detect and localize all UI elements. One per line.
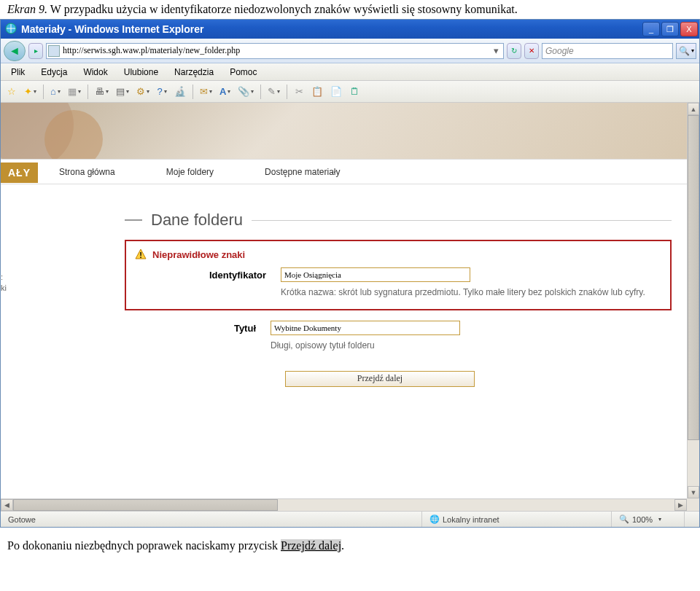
page-icon <box>48 45 60 57</box>
back-button[interactable]: ◄ <box>4 41 26 61</box>
fieldset-title: Dane folderu <box>151 211 243 230</box>
research-icon: 🔬 <box>174 86 186 97</box>
status-zone: 🌐 Lokalny intranet <box>422 512 612 527</box>
mail-button[interactable]: ✉▾ <box>197 83 215 101</box>
menu-edycja[interactable]: Edycja <box>34 65 74 79</box>
fwd-button[interactable]: ▸ <box>28 43 43 59</box>
url-text: http://serwis.sgh.waw.pl/materialy/new_f… <box>63 45 490 56</box>
menu-ulubione[interactable]: Ulubione <box>117 65 166 79</box>
search-input[interactable]: Google <box>542 43 673 59</box>
help-button[interactable]: ?▾ <box>154 83 170 101</box>
favorites-button[interactable]: ✦▾ <box>21 83 39 101</box>
cut-button[interactable]: ✂ <box>291 83 307 101</box>
menu-widok[interactable]: Widok <box>76 65 114 79</box>
note-icon: 🗒 <box>350 86 359 97</box>
identyfikator-input[interactable] <box>281 267 470 282</box>
scroll-right-button[interactable]: ▶ <box>674 499 687 511</box>
page-button[interactable]: ▤▾ <box>113 83 132 101</box>
sitenav-home[interactable]: Strona główna <box>59 167 115 177</box>
status-bar: Gotowe 🌐 Lokalny intranet 🔍 100% ▾ <box>1 511 699 527</box>
back-icon: ◄ <box>9 44 20 58</box>
toolbar: ☆ ✦▾ ⌂▾ ▦▾ 🖶▾ ▤▾ ⚙▾ ?▾ 🔬 ✉▾ A▾ 📎▾ ✎▾ ✂ 📋… <box>1 81 699 103</box>
scroll-h-thumb[interactable] <box>13 499 278 511</box>
minimize-button[interactable]: _ <box>642 22 660 36</box>
scroll-v-thumb[interactable] <box>688 115 699 440</box>
vertical-scrollbar[interactable]: ▲ ▼ <box>687 103 699 498</box>
font-icon: A <box>219 86 226 97</box>
caption-bottom-link: Przejdź dalej <box>281 539 341 552</box>
error-box: ! Nieprawidłowe znaki Identyfikator Krót… <box>125 240 672 310</box>
window-title: Materiały - Windows Internet Explorer <box>21 23 203 35</box>
menu-narzedzia[interactable]: Narzędzia <box>167 65 221 79</box>
home-icon: ⌂ <box>50 86 56 97</box>
id-label: Identyfikator <box>135 267 281 281</box>
id-help: Krótka nazwa: skrót lub sygnatura przedm… <box>281 286 645 299</box>
refresh-button[interactable]: ↻ <box>507 43 521 59</box>
close-button[interactable]: X <box>680 22 698 36</box>
tytul-input[interactable] <box>271 321 460 335</box>
paste-icon: 📄 <box>330 86 342 97</box>
font-button[interactable]: A▾ <box>217 83 233 101</box>
print-button[interactable]: 🖶▾ <box>92 83 112 101</box>
ie-window: Materiały - Windows Internet Explorer _ … <box>0 19 700 528</box>
caption-text: W przypadku użycia w identyfikatorze nie… <box>47 3 518 15</box>
zone-text: Lokalny intranet <box>443 515 499 524</box>
title-bar: Materiały - Windows Internet Explorer _ … <box>1 20 699 39</box>
menu-plik[interactable]: Plik <box>4 65 32 79</box>
rss-icon: ▦ <box>68 86 77 97</box>
ie-icon <box>5 23 17 36</box>
fwd-icon: ▸ <box>34 47 38 55</box>
research-button[interactable]: 🔬 <box>171 83 189 101</box>
help-icon: ? <box>157 86 162 97</box>
przejdz-dalej-button[interactable]: Przejdź dalej <box>285 371 475 387</box>
site-nav: Strona główna Moje foldery Dostępne mate… <box>1 160 699 184</box>
svg-text:!: ! <box>139 251 142 259</box>
scroll-left-button[interactable]: ◀ <box>1 499 13 511</box>
edit-button[interactable]: ✎▾ <box>265 83 283 101</box>
url-dropdown-icon[interactable]: ▾ <box>490 45 502 56</box>
paste-button[interactable]: 📄 <box>327 83 345 101</box>
scroll-corner <box>687 498 699 511</box>
stop-icon: ✕ <box>529 47 534 55</box>
scroll-down-button[interactable]: ▼ <box>688 486 699 498</box>
copy-icon: 📋 <box>311 86 323 97</box>
horizontal-scrollbar[interactable]: ◀ ▶ <box>1 498 687 511</box>
scroll-up-button[interactable]: ▲ <box>688 103 699 115</box>
form-area: Dane folderu ! Nieprawidłowe znaki Ident… <box>125 211 672 387</box>
tools-button[interactable]: ⚙▾ <box>133 83 152 101</box>
sitenav-folders[interactable]: Moje foldery <box>166 167 214 177</box>
edit-icon: ✎ <box>268 86 276 97</box>
zone-icon: 🌐 <box>429 514 440 524</box>
caption-bottom-text: Po dokonaniu niezbędnych poprawek nacisk… <box>7 539 281 552</box>
star-plus-icon: ☆ <box>7 86 16 97</box>
zoom-icon: 🔍 <box>619 514 629 524</box>
stop-button[interactable]: ✕ <box>524 43 539 59</box>
encoding-icon: 📎 <box>238 86 249 97</box>
nav-bar: ◄ ▸ http://serwis.sgh.waw.pl/materialy/n… <box>1 39 699 63</box>
note-button[interactable]: 🗒 <box>346 83 362 101</box>
copy-button[interactable]: 📋 <box>308 83 326 101</box>
print-icon: 🖶 <box>95 86 104 97</box>
address-bar[interactable]: http://serwis.sgh.waw.pl/materialy/new_f… <box>46 43 504 59</box>
rss-button[interactable]: ▦▾ <box>65 83 84 101</box>
gear-icon: ⚙ <box>136 86 145 97</box>
encoding-button[interactable]: 📎▾ <box>235 83 257 101</box>
fieldset-header: Dane folderu <box>125 211 672 230</box>
resize-grip[interactable] <box>685 512 699 527</box>
banner-image <box>1 103 699 160</box>
sitenav-materials[interactable]: Dostępne materiały <box>265 167 340 177</box>
favorites-add-button[interactable]: ☆ <box>4 83 20 101</box>
caption-label: Ekran 9. <box>7 3 47 15</box>
aly-tag: AŁY <box>1 163 38 183</box>
content-area: AŁY Strona główna Moje foldery Dostępne … <box>1 103 699 511</box>
star-icon: ✦ <box>24 86 32 97</box>
refresh-icon: ↻ <box>511 47 517 55</box>
home-button[interactable]: ⌂▾ <box>47 83 63 101</box>
mail-icon: ✉ <box>200 86 208 97</box>
search-button[interactable]: 🔍▾ <box>676 43 696 59</box>
status-ready: Gotowe <box>1 512 422 527</box>
cut-icon: ✂ <box>295 86 303 97</box>
menu-pomoc[interactable]: Pomoc <box>222 65 264 79</box>
status-zoom[interactable]: 🔍 100% ▾ <box>612 512 685 527</box>
maximize-button[interactable]: ❐ <box>661 22 679 36</box>
